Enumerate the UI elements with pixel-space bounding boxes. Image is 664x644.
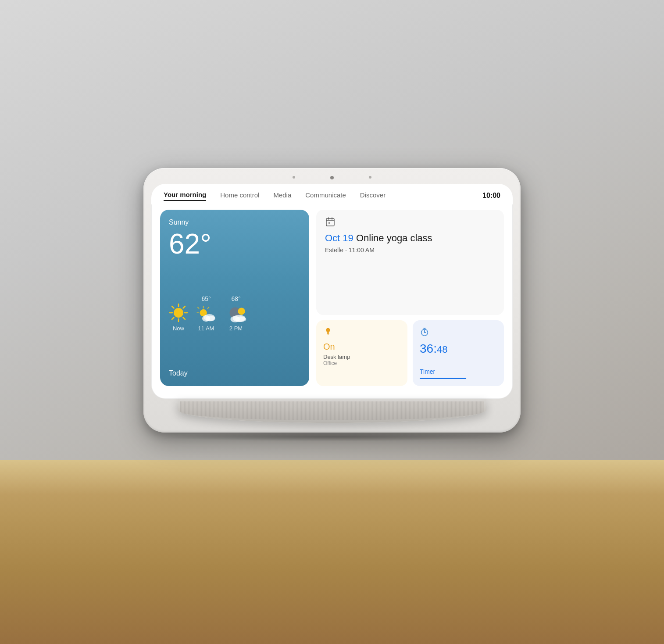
weather-day-label: Today — [169, 369, 300, 377]
forecast-2pm-temp: 68° — [231, 295, 240, 302]
weather-card[interactable]: Sunny 62° — [160, 210, 309, 386]
weather-condition: Sunny — [169, 218, 300, 226]
calendar-icon — [325, 217, 336, 227]
lamp-location: Office — [323, 360, 400, 366]
nav-bar: Your morning Home control Media Communic… — [151, 184, 513, 204]
svg-line-8 — [172, 318, 174, 320]
tab-discover[interactable]: Discover — [360, 191, 386, 200]
device-body: Your morning Home control Media Communic… — [143, 168, 521, 433]
lamp-name: Desk lamp — [323, 354, 400, 360]
calendar-event-date: Oct 19 — [325, 233, 353, 243]
tab-media[interactable]: Media — [273, 191, 291, 200]
screen: Your morning Home control Media Communic… — [151, 184, 513, 399]
timer-label: Timer — [420, 368, 497, 375]
svg-point-17 — [206, 316, 215, 322]
sensor-dot-right — [369, 176, 371, 179]
forecast-11am-temp: 65° — [201, 295, 211, 302]
svg-line-6 — [183, 318, 186, 320]
tab-home-control[interactable]: Home control — [220, 191, 259, 200]
forecast-11am-time: 11 AM — [198, 325, 214, 332]
partly-cloudy-icon — [195, 305, 217, 322]
timer-icon — [420, 327, 497, 339]
svg-point-22 — [235, 316, 246, 322]
weather-forecasts: Now 65° — [169, 295, 300, 332]
timer-time-display: 36:48 — [420, 342, 497, 356]
device-sensors — [151, 176, 513, 179]
forecast-2pm: 68° — [224, 295, 248, 332]
tab-your-morning[interactable]: Your morning — [164, 191, 206, 201]
forecast-11am: 65° — [195, 295, 217, 332]
lamp-icon — [323, 327, 400, 339]
svg-line-14 — [208, 307, 209, 308]
timer-progress-bar — [420, 378, 466, 379]
weather-temp-main: 62° — [169, 230, 300, 258]
right-cards: Oct 19 Online yoga class Estelle · 11:00… — [316, 210, 504, 386]
tab-communicate[interactable]: Communicate — [305, 191, 346, 200]
lamp-card[interactable]: On Desk lamp Office — [316, 320, 407, 386]
timer-separator: : — [433, 342, 437, 355]
lamp-status: On — [323, 342, 400, 352]
table-surface — [0, 460, 664, 644]
timer-minutes: 36 — [420, 342, 433, 355]
forecast-now: Now — [169, 303, 188, 332]
speaker-base — [178, 399, 486, 423]
smart-display: Your morning Home control Media Communic… — [143, 168, 521, 441]
sensor-dot-left — [293, 176, 295, 179]
svg-line-7 — [183, 306, 186, 308]
clock-display: 10:00 — [482, 192, 500, 200]
timer-card[interactable]: 36:48 Timer — [413, 320, 504, 386]
svg-line-5 — [172, 306, 174, 308]
device-shadow — [161, 433, 503, 441]
svg-point-19 — [238, 308, 245, 315]
forecast-now-time: Now — [173, 325, 184, 332]
calendar-card[interactable]: Oct 19 Online yoga class Estelle · 11:00… — [316, 210, 504, 315]
sun-icon — [169, 303, 188, 322]
speaker-fabric — [180, 401, 484, 420]
table-highlight — [0, 460, 664, 495]
device-wrapper: Your morning Home control Media Communic… — [143, 168, 521, 441]
calendar-event-detail: Estelle · 11:00 AM — [325, 247, 495, 254]
svg-rect-27 — [328, 222, 330, 224]
svg-rect-28 — [327, 333, 329, 333]
calendar-event-name: Online yoga class — [356, 233, 432, 243]
night-cloudy-icon — [224, 305, 248, 322]
camera-dot — [330, 176, 334, 179]
bottom-cards: On Desk lamp Office — [316, 320, 504, 386]
timer-seconds: 48 — [437, 344, 447, 355]
svg-line-13 — [198, 307, 199, 308]
content-area: Sunny 62° — [151, 204, 513, 393]
svg-point-0 — [174, 308, 183, 318]
calendar-event-title: Oct 19 Online yoga class — [325, 233, 495, 244]
forecast-2pm-time: 2 PM — [229, 325, 243, 332]
